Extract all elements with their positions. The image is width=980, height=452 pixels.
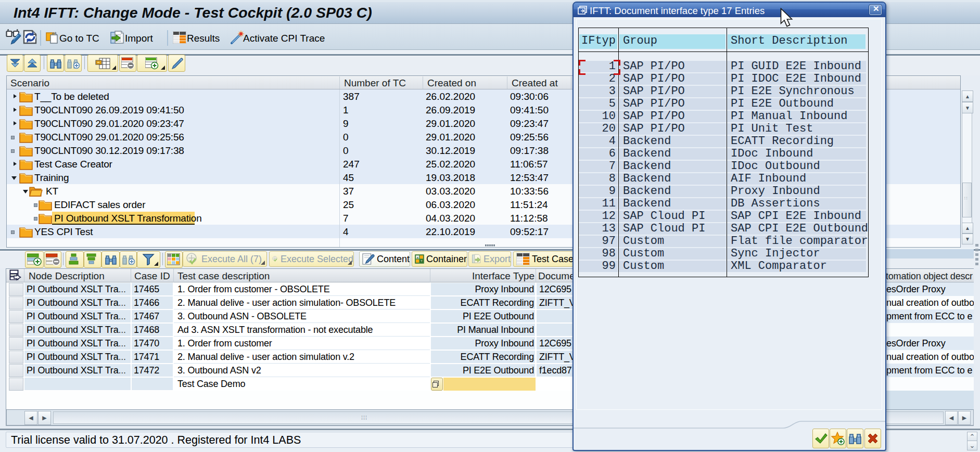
svg-text:a: a — [416, 255, 418, 259]
svg-text:?: ? — [421, 259, 423, 263]
